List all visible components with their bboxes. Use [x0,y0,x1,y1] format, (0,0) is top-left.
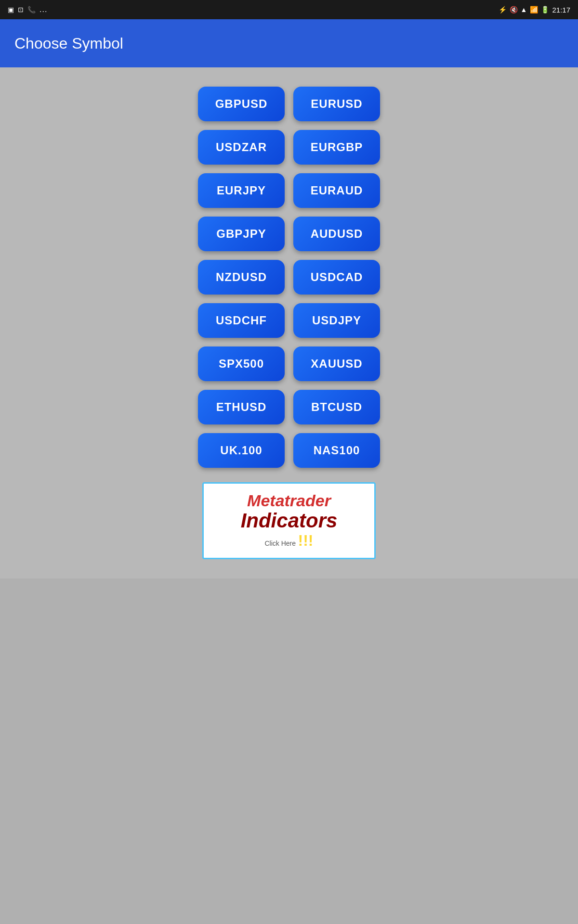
symbol-button-xauusd[interactable]: XAUUSD [293,346,380,381]
symbol-grid: GBPUSDEURUSDUSDZAREURGBPEURJPYEURAUDGBPJ… [198,87,380,468]
banner-ad[interactable]: Metatrader Indicators Click Here !!! [202,482,376,559]
app-header: Choose Symbol [0,19,578,67]
bluetooth-icon: ⚡ [499,6,507,13]
banner-line2: Indicators [241,510,338,532]
symbol-button-uk.100[interactable]: UK.100 [198,433,285,468]
battery-icon: 🔋 [541,6,549,13]
symbol-button-nas100[interactable]: NAS100 [293,433,380,468]
more-icon: ... [39,5,47,14]
symbol-button-usdchf[interactable]: USDCHF [198,303,285,338]
status-bar: ▣ ⊡ 📞 ... ⚡ 🔇 ▲ 📶 🔋 21:17 [0,0,578,19]
symbol-button-eurjpy[interactable]: EURJPY [198,173,285,208]
wifi-icon: ▲ [521,6,527,13]
symbol-button-usdzar[interactable]: USDZAR [198,130,285,165]
symbol-button-ethusd[interactable]: ETHUSD [198,390,285,424]
phone-icon: 📞 [27,6,36,13]
page-title: Choose Symbol [14,35,123,52]
banner-bottom: Click Here !!! [265,532,314,550]
banner-line1: Metatrader [247,492,331,510]
signal-icon: 📶 [530,6,538,13]
symbol-button-nzdusd[interactable]: NZDUSD [198,260,285,295]
symbol-button-eurusd[interactable]: EURUSD [293,87,380,121]
symbol-button-usdcad[interactable]: USDCAD [293,260,380,295]
status-bar-right: ⚡ 🔇 ▲ 📶 🔋 21:17 [499,6,570,14]
symbol-button-usdjpy[interactable]: USDJPY [293,303,380,338]
symbol-button-gbpjpy[interactable]: GBPJPY [198,217,285,251]
mute-icon: 🔇 [510,6,518,13]
symbol-button-euraud[interactable]: EURAUD [293,173,380,208]
symbol-button-eurgbp[interactable]: EURGBP [293,130,380,165]
status-bar-left: ▣ ⊡ 📞 ... [8,5,47,14]
app-icon-1: ⊡ [18,6,24,13]
clock: 21:17 [552,6,570,14]
symbol-button-audusd[interactable]: AUDUSD [293,217,380,251]
notification-icon: ▣ [8,6,14,13]
main-content: GBPUSDEURUSDUSDZAREURGBPEURJPYEURAUDGBPJ… [0,67,578,578]
symbol-button-btcusd[interactable]: BTCUSD [293,390,380,424]
symbol-button-spx500[interactable]: SPX500 [198,346,285,381]
symbol-button-gbpusd[interactable]: GBPUSD [198,87,285,121]
